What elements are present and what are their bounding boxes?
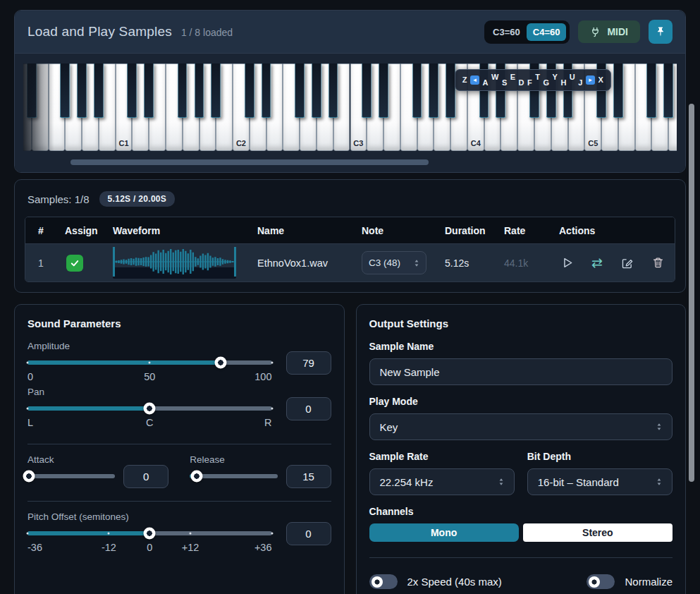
midi-button[interactable]: MIDI — [578, 20, 640, 43]
play-mode-select[interactable]: Key — [369, 413, 673, 440]
pan-label: Pan — [27, 387, 331, 397]
slider-track[interactable] — [27, 360, 272, 365]
col-note: Note — [362, 225, 445, 236]
release-slider[interactable] — [190, 465, 277, 478]
channel-stereo-button[interactable]: Stereo — [523, 523, 673, 542]
note-select[interactable]: C3 (48) — [362, 251, 426, 274]
piano-black-key[interactable] — [362, 63, 372, 118]
pitch-label: Pitch Offset (semitones) — [27, 511, 331, 522]
slider-track[interactable] — [27, 474, 115, 478]
piano-black-key[interactable] — [446, 63, 456, 118]
slider-track[interactable] — [190, 474, 277, 478]
samples-table: # Assign Waveform Name Note Duration Rat… — [25, 217, 675, 282]
piano-black-key[interactable] — [60, 63, 70, 118]
slider-thumb[interactable] — [23, 471, 35, 483]
amplitude-slider[interactable]: 050100 — [27, 351, 272, 385]
piano-black-key[interactable] — [412, 63, 422, 118]
sample-rate-select[interactable]: 22.254 kHz — [369, 468, 515, 495]
shortcut-key-e: E — [510, 73, 515, 81]
arrow-left-icon[interactable]: ◂ — [470, 75, 479, 85]
note-badge-c3[interactable]: C3=60 — [493, 27, 520, 37]
piano-black-key[interactable] — [94, 63, 104, 118]
attack-value[interactable]: 0 — [123, 465, 168, 488]
sound-parameters-title: Sound Parameters — [27, 317, 331, 329]
pan-slider[interactable]: LCR — [27, 397, 272, 431]
speed-toggle[interactable] — [369, 574, 398, 589]
sample-name-cell: EthnoVox1.wav — [257, 257, 362, 269]
slider-scale: LCR — [27, 417, 272, 431]
trash-icon — [652, 257, 664, 269]
pan-value[interactable]: 0 — [286, 397, 331, 420]
output-settings-panel: Output Settings Sample Name New Sample P… — [356, 304, 687, 594]
output-settings-title: Output Settings — [369, 317, 673, 329]
pitch-slider[interactable]: -36-120+12+36 — [27, 522, 272, 556]
loop-button[interactable]: ⇄ — [589, 255, 605, 271]
slider-thumb[interactable] — [214, 357, 226, 369]
piano-black-key[interactable] — [261, 63, 271, 118]
assign-checkbox[interactable] — [66, 255, 83, 272]
slider-track[interactable] — [27, 531, 272, 535]
piano-black-key[interactable] — [429, 63, 439, 118]
amplitude-value[interactable]: 79 — [286, 351, 331, 375]
piano-black-key[interactable] — [613, 63, 624, 118]
shortcut-key-y: Y — [553, 73, 558, 81]
toggle-knob — [589, 576, 600, 588]
scale-label: 50 — [144, 371, 155, 382]
piano-black-key[interactable] — [646, 63, 657, 118]
divider — [27, 501, 331, 502]
waveform-thumbnail[interactable] — [113, 267, 236, 279]
piano-black-key[interactable] — [194, 63, 204, 118]
attack-slider[interactable] — [27, 465, 115, 478]
piano-black-key[interactable] — [127, 63, 137, 118]
pin-icon — [655, 26, 666, 37]
piano-black-key[interactable] — [312, 63, 322, 118]
slider-thumb[interactable] — [144, 403, 156, 415]
slider-thumb[interactable] — [144, 528, 156, 540]
piano-black-key[interactable] — [663, 63, 674, 118]
piano-black-key[interactable] — [328, 63, 338, 118]
piano-black-key[interactable] — [211, 63, 221, 118]
note-badge-c4[interactable]: C4=60 — [527, 23, 567, 41]
keyboard-scrollbar-thumb[interactable] — [70, 159, 429, 165]
play-button[interactable] — [559, 255, 575, 271]
slider-track[interactable] — [27, 406, 272, 411]
play-mode-label: Play Mode — [369, 396, 673, 407]
pitch-value[interactable]: 0 — [286, 522, 331, 545]
slider-tick — [271, 533, 273, 535]
divider — [369, 557, 673, 558]
piano-black-key[interactable] — [144, 63, 154, 118]
piano-black-key[interactable] — [77, 63, 87, 118]
midi-button-label: MIDI — [607, 26, 628, 37]
release-value[interactable]: 15 — [286, 465, 331, 488]
note-select-value: C3 (48) — [369, 257, 400, 268]
pin-button[interactable] — [649, 20, 673, 44]
duration-cell: 5.12s — [445, 257, 504, 269]
col-duration: Duration — [445, 225, 504, 236]
arrow-right-icon[interactable]: ▸ — [586, 75, 595, 85]
slider-thumb[interactable] — [191, 471, 203, 483]
page-scrollbar-thumb[interactable] — [689, 104, 694, 482]
shortcut-key-w: W — [491, 73, 498, 81]
piano-black-key[interactable] — [26, 63, 37, 118]
scale-label: R — [264, 417, 271, 428]
waveform-svg — [113, 267, 236, 277]
sample-name-input[interactable]: New Sample — [369, 358, 673, 385]
piano-black-key[interactable] — [244, 63, 254, 118]
edit-button[interactable] — [620, 255, 635, 271]
bit-depth-select[interactable]: 16-bit – Standard — [527, 468, 673, 495]
piano-black-key[interactable] — [379, 63, 389, 118]
col-index: # — [38, 225, 65, 236]
delete-button[interactable] — [650, 255, 665, 271]
shortcut-key-g: G — [544, 79, 550, 87]
shortcut-key-s: S — [502, 79, 507, 87]
title-group: Load and Play Samples 1 / 8 loaded — [27, 24, 233, 40]
piano-black-key[interactable] — [177, 63, 188, 118]
piano-black-key[interactable] — [295, 63, 305, 118]
channel-mono-button[interactable]: Mono — [369, 523, 519, 542]
slider-tick — [271, 408, 273, 410]
keyboard-scrollbar — [36, 159, 664, 165]
page-title: Load and Play Samples — [27, 24, 172, 40]
normalize-toggle[interactable] — [587, 574, 615, 589]
slider-fill — [27, 406, 149, 411]
sound-parameters-panel: Sound Parameters Amplitude 050100 79 Pan… — [14, 304, 345, 594]
